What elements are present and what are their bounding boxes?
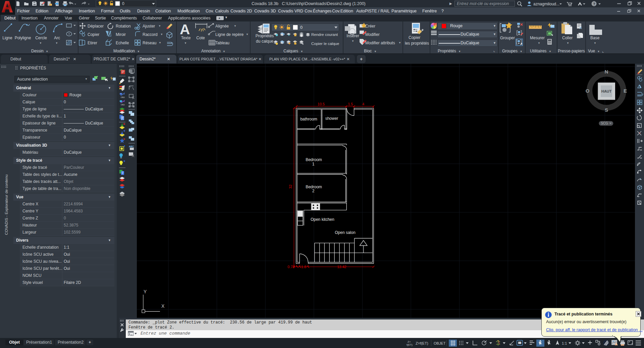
svg-text:0: 0 xyxy=(300,25,303,30)
svg-text:shower: shower xyxy=(325,116,338,121)
svg-text:1: 1 xyxy=(312,162,315,166)
svg-text:ABC: ABC xyxy=(129,145,134,148)
svg-text:Y: Y xyxy=(144,289,147,294)
svg-text:S: S xyxy=(605,107,608,113)
svg-text:Open salon: Open salon xyxy=(335,230,355,235)
svg-text:f(ET): f(ET) xyxy=(407,343,413,346)
svg-text:HAUT: HAUT xyxy=(601,89,612,93)
svg-text:OBJET: OBJET xyxy=(434,341,446,345)
svg-text:N: N xyxy=(605,69,608,74)
svg-text:Rendre courant: Rendre courant xyxy=(311,33,338,37)
svg-text:0.78: 0.78 xyxy=(287,265,294,269)
svg-text:1:1: 1:1 xyxy=(562,341,567,345)
svg-text:aznagmiloud...: aznagmiloud... xyxy=(533,2,559,6)
svg-text:Z=: Z= xyxy=(408,340,411,343)
svg-text:2: 2 xyxy=(312,189,315,193)
svg-text:SCG: SCG xyxy=(601,121,608,125)
svg-text:bathroom: bathroom xyxy=(300,117,317,121)
svg-text:4: 4 xyxy=(362,102,364,106)
svg-text:0: 0 xyxy=(122,1,124,6)
svg-text:E: E xyxy=(624,88,627,94)
svg-text:10.5: 10.5 xyxy=(318,102,325,106)
svg-text:?: ? xyxy=(593,2,595,6)
svg-text:1.8: 1.8 xyxy=(301,265,306,269)
svg-text:OBJ: OBJ xyxy=(121,96,125,98)
svg-text:X: X xyxy=(161,303,165,309)
svg-text:Open kitchen: Open kitchen xyxy=(311,217,334,222)
svg-text:32: 32 xyxy=(288,185,292,189)
svg-text:O: O xyxy=(586,88,590,94)
svg-text:1.5: 1.5 xyxy=(348,102,353,106)
svg-text:OBJ: OBJ xyxy=(121,104,125,106)
svg-text:Copier le calque: Copier le calque xyxy=(311,42,339,46)
svg-text:A: A xyxy=(180,21,190,37)
svg-text:13.42: 13.42 xyxy=(337,265,346,269)
svg-text:Z=f(ET): Z=f(ET) xyxy=(416,341,428,345)
